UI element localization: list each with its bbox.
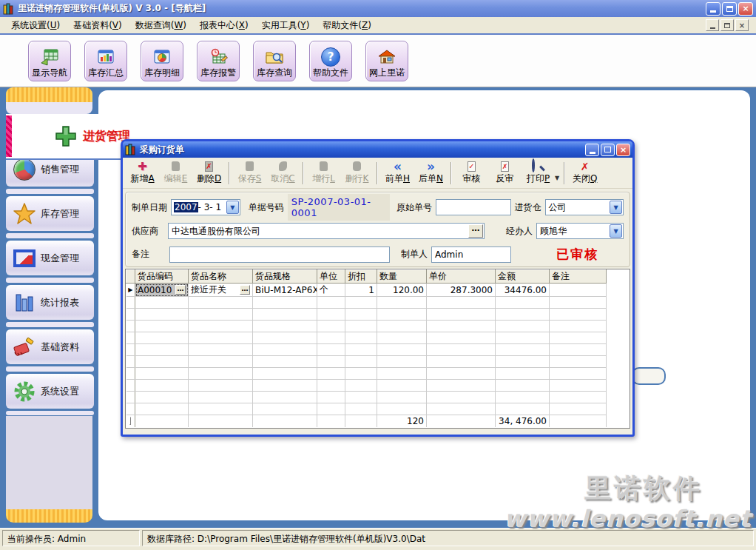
order-date-picker[interactable]: 2007- 3- 1 ▼: [171, 199, 240, 215]
menu-base-data[interactable]: 基础资料(V): [67, 17, 129, 34]
sidebar-item-settings[interactable]: 系统设置: [6, 374, 94, 409]
supplier-lookup-button[interactable]: …: [468, 224, 483, 238]
table-row[interactable]: ▶ A00010… 接近开关… BiU-M12-AP6X-H 个 1 120.0…: [126, 284, 607, 297]
total-amount: 34, 476.00: [496, 415, 550, 427]
minimize-button[interactable]: [706, 2, 720, 16]
mdi-minimize-button[interactable]: [706, 19, 719, 31]
menu-data-query[interactable]: 数据查询(W): [129, 17, 193, 34]
sidebar-bottom-cap: [6, 509, 92, 523]
toolbar-stock-summary-button[interactable]: 库存汇总: [84, 41, 127, 81]
delete-row-button: 删行K: [340, 159, 374, 187]
handler-select[interactable]: 顾旭华 ▼: [536, 223, 624, 239]
column-header[interactable]: 备注: [550, 270, 607, 284]
mdi-close-button[interactable]: ×: [735, 19, 749, 31]
sidebar-item-base-data[interactable]: 基础资料: [6, 329, 94, 364]
close-order-button[interactable]: ✗ 关闭Q: [568, 159, 601, 187]
toolbar-help-button[interactable]: ? 帮助文件: [309, 41, 352, 81]
edit-button: 编辑E: [159, 159, 192, 187]
column-header[interactable]: 金额: [496, 270, 550, 284]
item-amount-cell[interactable]: 34476.00: [496, 284, 550, 297]
add-row-button: 增行L: [307, 159, 340, 187]
doc-no-value: SP-2007-03-01-0001: [288, 194, 390, 221]
add-icon: ✚: [138, 161, 147, 172]
marker-column-header: [126, 270, 135, 284]
creator-label: 制单人: [401, 248, 428, 261]
audit-icon: ✓: [468, 161, 476, 172]
background-partial-field[interactable]: [632, 367, 666, 385]
mdi-restore-button[interactable]: [720, 19, 734, 31]
empty-row: [126, 344, 607, 356]
column-header[interactable]: 货品名称: [189, 270, 253, 284]
item-spec-cell[interactable]: BiU-M12-AP6X-H: [253, 284, 317, 297]
toolbar-separator: [564, 162, 565, 184]
title-bar: 里诺进销存管理软件(单机版) V 3.0 - [导航栏] ×: [0, 0, 756, 17]
column-header[interactable]: 折扣: [345, 270, 377, 284]
empty-row: [126, 380, 607, 392]
chevron-down-icon[interactable]: ▼: [610, 201, 622, 214]
item-unit-cell[interactable]: 个: [317, 284, 345, 297]
empty-row: [126, 332, 607, 344]
help-icon: ?: [320, 47, 341, 67]
new-button[interactable]: ✚ 新增A: [126, 159, 159, 187]
column-header[interactable]: 数量: [377, 270, 427, 284]
print-dropdown-button[interactable]: ▼: [555, 175, 559, 181]
column-header[interactable]: 货品规格: [253, 270, 317, 284]
sidebar-item-inventory[interactable]: 库存管理: [6, 196, 94, 231]
toolbar-show-navigation-button[interactable]: 显示导航: [28, 41, 71, 81]
menu-utilities[interactable]: 实用工具(Y): [255, 17, 317, 34]
print-button[interactable]: 打印P: [522, 159, 555, 187]
main-toolbar: 显示导航 库存汇总 库存明细 库存报警 库存查询 ?: [0, 35, 756, 87]
toolbar-online-button[interactable]: 网上里诺: [365, 41, 408, 81]
menu-system-settings[interactable]: 系统设置(U): [4, 17, 67, 34]
purchase-order-dialog: 采购订货单 × ✚ 新增A 编辑E ✗ 删除: [121, 139, 635, 437]
print-icon: [532, 161, 545, 172]
order-form: 制单日期 2007- 3- 1 ▼ 单据号码 SP-2007-03-01-000…: [125, 192, 630, 267]
menu-report-center[interactable]: 报表中心(X): [193, 17, 255, 34]
toolbar-stock-detail-button[interactable]: 库存明细: [141, 41, 183, 81]
item-name-cell[interactable]: 接近开关…: [189, 284, 253, 297]
toolbar-stock-query-button[interactable]: 库存查询: [253, 41, 296, 81]
dialog-minimize-button[interactable]: [585, 144, 599, 156]
item-remark-cell[interactable]: [550, 284, 607, 297]
empty-row: [126, 368, 607, 380]
dialog-maximize-icon: [604, 147, 611, 152]
toolbar-stock-alert-button[interactable]: 库存报警: [197, 41, 240, 81]
sidebar-item-cash[interactable]: 现金管理: [6, 241, 94, 275]
delete-button[interactable]: ✗ 删除D: [192, 159, 226, 187]
unaudit-button[interactable]: ✗ 反审: [488, 159, 522, 187]
column-header[interactable]: 单价: [427, 270, 496, 284]
creator-input[interactable]: Admin: [431, 247, 511, 263]
orig-no-input[interactable]: [436, 199, 511, 215]
delete-icon: ✗: [205, 161, 213, 172]
column-header[interactable]: 货品编码: [135, 270, 189, 284]
sidebar-lower-panel: [6, 416, 92, 509]
sidebar-item-reports[interactable]: 统计报表: [6, 285, 94, 320]
code-lookup-button[interactable]: …: [175, 285, 186, 295]
toolbar-separator: [229, 162, 230, 184]
item-code-cell[interactable]: A00010…: [135, 284, 189, 297]
remark-input[interactable]: [169, 247, 390, 263]
close-button[interactable]: ×: [738, 2, 753, 16]
warehouse-select[interactable]: 公司 ▼: [545, 199, 624, 215]
item-qty-cell[interactable]: 120.00: [377, 284, 427, 297]
menu-help[interactable]: 帮助文件(Z): [316, 17, 378, 34]
stock-alert-icon: [208, 47, 229, 67]
item-price-cell[interactable]: 287.3000: [427, 284, 496, 297]
dialog-close-button[interactable]: ×: [616, 144, 630, 156]
stock-detail-icon: [152, 47, 172, 67]
column-header[interactable]: 单位: [317, 270, 345, 284]
add-row-icon: [320, 161, 328, 172]
chevron-down-icon[interactable]: ▼: [610, 224, 622, 238]
active-tab-pink-edge: [6, 115, 12, 157]
pie-chart-icon: [12, 157, 37, 182]
name-lookup-button[interactable]: …: [240, 285, 250, 295]
audit-button[interactable]: ✓ 审核: [455, 159, 488, 187]
restore-button[interactable]: [722, 2, 737, 16]
next-order-button[interactable]: » 后单N: [414, 159, 448, 187]
previous-order-button[interactable]: « 前单H: [381, 159, 414, 187]
chevron-down-icon[interactable]: ▼: [226, 201, 239, 214]
bar-chart-icon: [12, 290, 37, 315]
dialog-maximize-button[interactable]: [601, 144, 615, 156]
supplier-input[interactable]: 中达电通股份有限公司 …: [168, 223, 485, 239]
item-discount-cell[interactable]: 1: [345, 284, 377, 297]
